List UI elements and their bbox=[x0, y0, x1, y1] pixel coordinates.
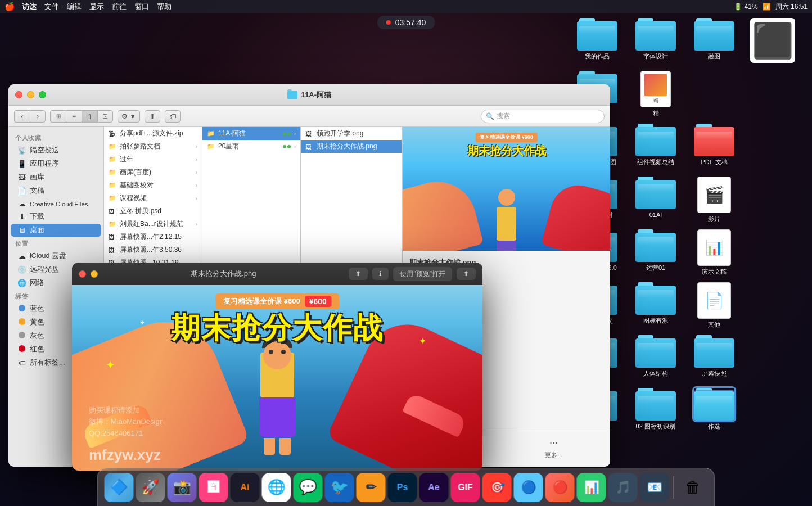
finder-title: 11A-阿猫 bbox=[287, 90, 331, 100]
desktop-icon-video-summary[interactable]: 组件视频总结 bbox=[628, 124, 684, 174]
sidebar-item-icloud[interactable]: ☁ iCloud 云盘 bbox=[11, 250, 101, 263]
sidebar-item-creative-cloud[interactable]: ☁ Creative Cloud Files bbox=[11, 198, 101, 210]
file-item-banner[interactable]: 🖼 领跑开学季.png bbox=[301, 127, 402, 140]
tag-button[interactable]: 🏷 bbox=[165, 110, 181, 123]
dock-wechat[interactable]: 💬 bbox=[294, 473, 323, 502]
file-item[interactable]: 📁 画库(百度) › bbox=[104, 166, 202, 179]
sidebar-item-downloads[interactable]: ⬇ 下载 bbox=[11, 210, 101, 223]
dock-app5[interactable]: Ai bbox=[231, 473, 260, 502]
file-item[interactable]: 📁 基础圈校对 › bbox=[104, 179, 202, 192]
quicklook-info-button[interactable]: ℹ bbox=[372, 268, 389, 280]
search-box[interactable]: 🔍 搜索 bbox=[481, 110, 605, 123]
dock-app15[interactable]: 🔴 bbox=[545, 473, 575, 502]
desktop-icon-presentation[interactable]: 📊 演示文稿 bbox=[686, 229, 742, 280]
file-item-11a[interactable]: 📁 11A-阿猫 › bbox=[202, 127, 300, 140]
desktop-icon-font-design[interactable]: 字体设计 bbox=[628, 18, 684, 69]
downloads-icon: ⬇ bbox=[17, 213, 26, 221]
quicklook-close[interactable] bbox=[79, 270, 86, 278]
desktop-icon-jingimage[interactable]: 精 精 bbox=[628, 71, 684, 121]
desktop-icon-rongtu[interactable]: 融图 bbox=[686, 18, 742, 69]
sidebar-item-desktop[interactable]: 🖥 桌面 bbox=[11, 224, 101, 237]
file-item-psd[interactable]: 🖼 立冬·拼贝.psd bbox=[104, 205, 202, 218]
quicklook-export-button[interactable]: ⬆ bbox=[457, 268, 476, 280]
view-buttons: ⊞ ≡ ⫿ ⊡ bbox=[50, 110, 113, 123]
quicklook-title: 期末抢分大作战.png bbox=[102, 269, 344, 279]
menu-window[interactable]: 窗口 bbox=[134, 2, 149, 12]
file-item[interactable]: 🗜 分享pdf+...源文件.zip bbox=[104, 127, 202, 140]
icon-view-button[interactable]: ⊞ bbox=[50, 110, 66, 123]
wifi-status: 📶 bbox=[763, 3, 771, 11]
file-item-20[interactable]: 📁 20星雨 › bbox=[202, 140, 300, 153]
menu-view[interactable]: 显示 bbox=[89, 2, 104, 12]
dock-app18[interactable]: 📧 bbox=[640, 473, 669, 502]
desktop-icon-body[interactable]: 人体结构 bbox=[628, 335, 684, 386]
file-item[interactable]: 📁 课程视频 › bbox=[104, 192, 202, 205]
desktop-icon-operation[interactable]: 运营01 bbox=[628, 229, 684, 280]
menu-file[interactable]: 文件 bbox=[44, 2, 59, 12]
menu-edit[interactable]: 编辑 bbox=[67, 2, 82, 12]
dock-gif[interactable]: GIF bbox=[451, 473, 480, 502]
file-item[interactable]: 📁 过年 › bbox=[104, 153, 202, 166]
dock-app9[interactable]: ✏ bbox=[357, 473, 386, 502]
dock-launchpad[interactable]: 🚀 bbox=[136, 473, 165, 502]
dock-trash[interactable]: 🗑 bbox=[679, 473, 708, 502]
quicklook-minimize[interactable] bbox=[91, 270, 98, 278]
desktop-icon-my-works[interactable]: 我的作品 bbox=[569, 18, 625, 69]
close-button[interactable] bbox=[15, 91, 22, 98]
desktop-icon-screenshot[interactable]: 屏幕快照 bbox=[686, 335, 742, 386]
apple-menu[interactable]: 🍎 bbox=[4, 2, 15, 12]
minimize-button[interactable] bbox=[27, 91, 34, 98]
file-item[interactable]: 📁 拍张梦路文档 › bbox=[104, 140, 202, 153]
desktop-icon-other[interactable]: 📄 其他 bbox=[686, 282, 742, 333]
dock-app4[interactable]: 🅰 bbox=[199, 473, 228, 502]
dock-app17[interactable]: 🎵 bbox=[608, 473, 638, 502]
sidebar-item-docs[interactable]: 📄 文稿 bbox=[11, 184, 101, 197]
gallery-view-button[interactable]: ⊡ bbox=[97, 110, 113, 123]
dock-app3[interactable]: 📸 bbox=[168, 473, 197, 502]
preview-more[interactable]: ··· 更多... bbox=[545, 437, 562, 460]
desktop-icon-pdf[interactable]: PDF 文稿 bbox=[686, 124, 742, 174]
file-item[interactable]: 📁 刘景红Ba...r设计规范 › bbox=[104, 218, 202, 231]
file-item[interactable]: 🖼 屏幕快照...午3.50.36 bbox=[104, 243, 202, 256]
desktop-icon-film[interactable]: 🎬 影片 bbox=[686, 177, 742, 227]
desktop-icon-icon-identify[interactable]: 02-图标初识别 bbox=[628, 388, 684, 439]
share-button[interactable]: ⬆ bbox=[145, 110, 160, 123]
more-icon: ··· bbox=[549, 437, 558, 449]
desktop-icon-selected[interactable]: 作选 bbox=[686, 388, 742, 439]
title-folder-icon bbox=[287, 91, 297, 99]
arrange-button[interactable]: ⚙ ▼ bbox=[118, 110, 140, 123]
file-item[interactable]: 🖼 屏幕快照...午2.12.15 bbox=[104, 231, 202, 243]
back-button[interactable]: ‹ bbox=[14, 110, 30, 123]
airdrop-icon: 📡 bbox=[17, 146, 26, 155]
quicklook-image: 复习精选课全价课 ¥600 ¥600 期末抢分大作战 bbox=[72, 285, 482, 471]
sidebar-item-gallery[interactable]: 🖼 画库 bbox=[11, 171, 101, 184]
dock-app8[interactable]: 🐦 bbox=[325, 473, 354, 502]
dock-app13[interactable]: 🎯 bbox=[482, 473, 512, 502]
menu-go[interactable]: 前往 bbox=[112, 2, 127, 12]
dock-ps[interactable]: Ps bbox=[388, 473, 417, 502]
quicklook-share-button[interactable]: ⬆ bbox=[349, 268, 368, 280]
menu-help[interactable]: 帮助 bbox=[157, 2, 172, 12]
forward-button[interactable]: › bbox=[30, 110, 46, 123]
apps-icon: 📱 bbox=[17, 160, 26, 168]
quicklook-open-button[interactable]: 使用"预览"打开 bbox=[393, 267, 452, 281]
dock-chrome[interactable]: 🌐 bbox=[262, 473, 291, 502]
desktop-icon-qr[interactable]: ⬛ bbox=[745, 18, 801, 121]
dock-ae[interactable]: Ae bbox=[419, 473, 449, 502]
banner-full: 复习精选课全价课 ¥600 ¥600 期末抢分大作战 bbox=[72, 285, 482, 471]
creative-cloud-icon: ☁ bbox=[17, 200, 26, 208]
sidebar-item-airdrop[interactable]: 📡 隔空投送 bbox=[11, 144, 101, 157]
column-view-button[interactable]: ⫿ bbox=[82, 110, 97, 123]
sidebar-item-apps[interactable]: 📱 应用程序 bbox=[11, 157, 101, 170]
search-icon: 🔍 bbox=[486, 112, 494, 120]
dock-app16[interactable]: 📊 bbox=[577, 473, 606, 502]
maximize-button[interactable] bbox=[39, 91, 46, 98]
menu-app[interactable]: 访达 bbox=[22, 2, 37, 12]
list-view-button[interactable]: ≡ bbox=[66, 110, 82, 123]
dock-finder[interactable]: 🔷 bbox=[105, 473, 134, 502]
clock: 周六 16:51 bbox=[775, 2, 808, 12]
desktop-icon-01ai[interactable]: 01AI bbox=[628, 177, 684, 227]
file-item-exam[interactable]: 🖼 期末抢分大作战.png bbox=[301, 140, 402, 153]
desktop-icon-icon-source[interactable]: 图标有源 bbox=[628, 282, 684, 333]
dock-app14[interactable]: 🔵 bbox=[514, 473, 543, 502]
